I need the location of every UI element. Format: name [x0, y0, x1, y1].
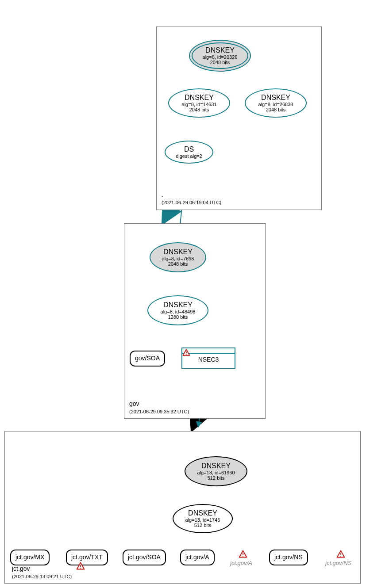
- ghost-rrset-jct-ns: jct.gov/NS: [325, 560, 351, 566]
- warning-icon: [76, 561, 85, 570]
- rrset-jct-mx: jct.gov/MX: [10, 550, 50, 565]
- nsec3-box: NSEC3: [181, 347, 235, 369]
- dnskey-jct-zsk: DNSKEY alg=13, id=1745 512 bits: [173, 504, 233, 533]
- zone-root-timestamp: (2021-06-29 06:19:04 UTC): [162, 200, 221, 205]
- warning-icon: [239, 550, 247, 558]
- svg-rect-2: [243, 553, 243, 555]
- rrset-jct-a: jct.gov/A: [180, 550, 215, 565]
- ghost-rrset-jct-a: jct.gov/A: [230, 560, 252, 566]
- svg-rect-0: [186, 351, 187, 354]
- warning-icon: [336, 550, 345, 558]
- zone-gov-name: gov: [129, 400, 139, 407]
- svg-rect-3: [243, 556, 243, 557]
- dnskey-gov-ksk: DNSKEY alg=8, id=7698 2048 bits: [150, 242, 206, 272]
- nsec3-label: NSEC3: [198, 356, 219, 363]
- diagram-canvas: . (2021-06-29 06:19:04 UTC) DNSKEY alg=8…: [0, 0, 366, 588]
- dnskey-bits: 2048 bits: [210, 60, 230, 65]
- svg-rect-1: [186, 354, 187, 355]
- dnskey-detail: alg=8, id=20326: [203, 54, 238, 60]
- rrset-jct-txt: jct.gov/TXT: [66, 550, 108, 565]
- rrset-gov-soa: gov/SOA: [130, 351, 165, 367]
- dnskey-root-zsk-26838: DNSKEY alg=8, id=26838 2048 bits: [245, 88, 307, 118]
- ds-node: DS digest alg=2: [165, 141, 213, 164]
- dnskey-root-zsk-14631: DNSKEY alg=8, id=14631 2048 bits: [168, 88, 230, 118]
- zone-jctgov-name: jct.gov: [12, 565, 30, 572]
- warning-icon: [182, 348, 190, 356]
- svg-rect-6: [80, 565, 81, 567]
- dnskey-root-ksk: DNSKEY alg=8, id=20326 2048 bits: [189, 40, 251, 72]
- zone-root-name: .: [162, 191, 163, 198]
- svg-rect-4: [340, 553, 341, 555]
- zone-gov-timestamp: (2021-06-29 09:35:32 UTC): [129, 409, 189, 414]
- rrset-jct-ns: jct.gov/NS: [269, 550, 308, 565]
- svg-rect-7: [80, 568, 81, 569]
- dnskey-title: DNSKEY: [205, 46, 235, 54]
- zone-jctgov-timestamp: (2021-06-29 13:09:21 UTC): [12, 574, 72, 579]
- dnskey-gov-zsk: DNSKEY alg=8, id=48498 1280 bits: [147, 295, 208, 325]
- svg-rect-5: [340, 556, 341, 557]
- rrset-jct-soa: jct.gov/SOA: [123, 550, 166, 565]
- dnskey-jct-ksk: DNSKEY alg=13, id=61960 512 bits: [185, 456, 247, 486]
